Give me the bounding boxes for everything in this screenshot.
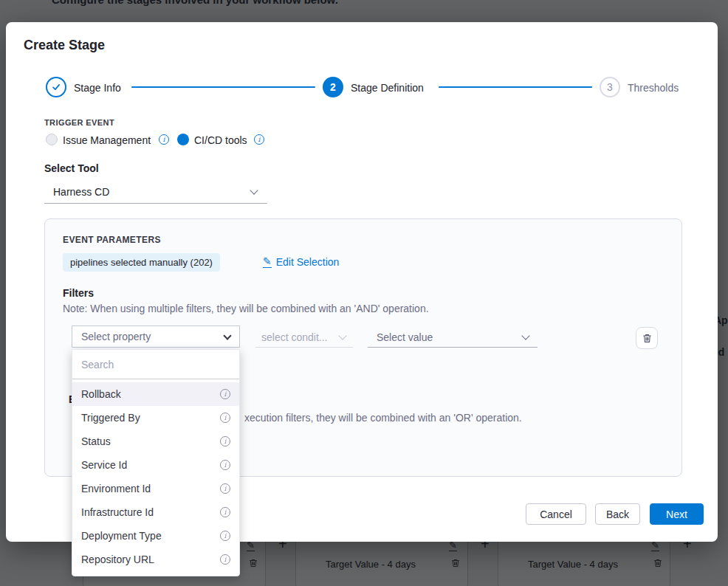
filters-note: Note: When using multiple filters, they …	[63, 303, 429, 314]
dropdown-option-status[interactable]: Status i	[72, 430, 239, 453]
chevron-down-icon	[223, 331, 231, 339]
step-3-indicator[interactable]: 3	[600, 77, 620, 97]
dropdown-option-infrastructure-id[interactable]: Infrastructure Id i	[72, 500, 239, 524]
radio-cicd-tools-label[interactable]: CI/CD tools	[194, 134, 247, 146]
option-label: Rollback	[81, 388, 121, 400]
info-icon[interactable]: i	[220, 483, 230, 494]
info-icon[interactable]: i	[220, 460, 230, 470]
edit-selection-label: Edit Selection	[276, 256, 340, 268]
dropdown-option-rollback[interactable]: Rollback i	[72, 382, 239, 406]
cancel-button[interactable]: Cancel	[526, 503, 586, 525]
dropdown-option-triggered-by[interactable]: Triggered By i	[72, 406, 239, 430]
option-label: Triggered By	[81, 412, 140, 424]
chevron-down-icon	[338, 331, 346, 339]
info-icon[interactable]: i	[220, 436, 230, 447]
delete-filter-button[interactable]	[636, 327, 658, 349]
info-icon[interactable]: i	[220, 413, 230, 423]
edit-selection-link[interactable]: ✎ Edit Selection	[263, 256, 339, 268]
select-tool-label: Select Tool	[44, 162, 99, 174]
dropdown-search-input[interactable]	[72, 350, 239, 379]
radio-issue-management-label[interactable]: Issue Management	[63, 134, 151, 146]
modal-title: Create Stage	[24, 38, 105, 53]
dropdown-option-deployment-type[interactable]: Deployment Type i	[72, 524, 239, 548]
filter-value-placeholder: Select value	[368, 331, 433, 343]
filter-property-placeholder: Select property	[72, 331, 151, 342]
option-label: Repository URL	[81, 554, 154, 565]
option-label: Deployment Type	[81, 530, 162, 542]
back-button[interactable]: Back	[595, 503, 640, 525]
dropdown-option-repository-url[interactable]: Repository URL i	[72, 548, 239, 571]
info-icon[interactable]: i	[159, 134, 169, 145]
dropdown-option-environment-id[interactable]: Environment Id i	[72, 477, 239, 500]
chevron-down-icon	[521, 331, 529, 339]
pencil-icon: ✎	[263, 256, 272, 268]
filter-property-select[interactable]: Select property	[72, 325, 240, 348]
dropdown-option-service-id[interactable]: Service Id i	[72, 453, 239, 477]
info-icon[interactable]: i	[220, 389, 230, 399]
radio-issue-management[interactable]	[46, 134, 58, 145]
stepper-connector	[439, 86, 592, 88]
step-2-indicator[interactable]: 2	[323, 77, 343, 97]
selection-badge: pipelines selected manually (202)	[63, 253, 220, 272]
filter-condition-placeholder: select condit...	[255, 331, 328, 343]
info-icon[interactable]: i	[220, 507, 230, 517]
stepper-connector	[131, 86, 315, 88]
event-parameters-panel: EVENT PARAMETERS pipelines selected manu…	[44, 218, 682, 477]
step-2-label[interactable]: Stage Definition	[351, 82, 424, 94]
trigger-event-heading: TRIGGER EVENT	[44, 118, 114, 127]
create-stage-modal: Create Stage Stage Info 2 Stage Definiti…	[6, 22, 718, 542]
step-1-label[interactable]: Stage Info	[74, 82, 121, 94]
property-dropdown-menu: Rollback i Triggered By i Status i Servi…	[72, 349, 240, 576]
filter-condition-select[interactable]: select condit...	[255, 327, 353, 348]
info-icon[interactable]: i	[254, 134, 264, 145]
option-label: Infrastructure Id	[81, 506, 154, 518]
radio-cicd-tools[interactable]	[177, 134, 189, 145]
filters-heading: Filters	[63, 287, 94, 299]
chevron-down-icon	[250, 186, 258, 194]
event-parameters-heading: EVENT PARAMETERS	[63, 235, 161, 245]
check-icon	[51, 82, 61, 92]
next-button[interactable]: Next	[650, 503, 704, 525]
filter-value-select[interactable]: Select value	[368, 327, 538, 348]
trash-icon	[642, 333, 653, 344]
step-1-indicator[interactable]	[46, 77, 66, 97]
execution-filters-note-fragment: xecution filters, they will be combined …	[244, 412, 522, 424]
tool-select[interactable]: Harness CD	[44, 180, 267, 204]
option-label: Environment Id	[81, 483, 151, 494]
info-icon[interactable]: i	[220, 531, 230, 541]
info-icon[interactable]: i	[220, 554, 230, 565]
dropdown-options-list: Rollback i Triggered By i Status i Servi…	[72, 379, 239, 576]
option-label: Status	[81, 435, 111, 447]
option-label: Service Id	[81, 459, 127, 471]
tool-select-value: Harness CD	[44, 186, 109, 198]
step-3-label[interactable]: Thresholds	[628, 82, 679, 94]
